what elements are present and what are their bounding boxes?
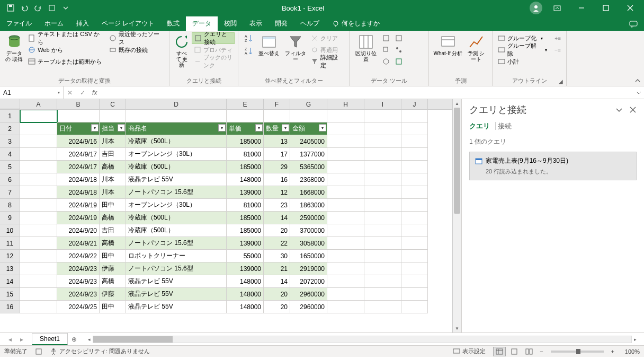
cell[interactable]: [327, 237, 364, 250]
column-header-I[interactable]: I: [364, 99, 401, 109]
vertical-scrollbar[interactable]: ▲ ▼: [452, 99, 461, 332]
pane-tab-queries[interactable]: クエリ: [469, 122, 496, 130]
qat-item[interactable]: [47, 3, 57, 13]
row-header-8[interactable]: 8: [0, 199, 20, 212]
cell[interactable]: 冷蔵庫（500L）: [126, 212, 227, 224]
forecast-sheet-button[interactable]: 予測 シート: [465, 32, 487, 64]
cell[interactable]: 2024/9/25: [57, 301, 100, 313]
name-box[interactable]: ▾: [0, 86, 64, 99]
row-header-5[interactable]: 5: [0, 161, 20, 173]
cell[interactable]: 川本: [100, 173, 126, 186]
cell[interactable]: [364, 135, 401, 148]
cell[interactable]: [327, 122, 364, 135]
cell[interactable]: [364, 224, 401, 237]
cell[interactable]: [401, 288, 428, 301]
cell[interactable]: 139000: [227, 186, 264, 199]
tab-ファイル[interactable]: ファイル: [0, 16, 38, 31]
cell[interactable]: 液晶テレビ 55V: [126, 173, 227, 186]
clear-filter-button[interactable]: クリア: [309, 32, 346, 44]
cell[interactable]: 液晶テレビ 55V: [126, 275, 227, 288]
cell[interactable]: [20, 212, 57, 224]
cell[interactable]: 148000: [227, 173, 264, 186]
cell[interactable]: 田中: [100, 199, 126, 212]
cell[interactable]: 23: [264, 199, 290, 212]
cell[interactable]: [364, 110, 401, 122]
cell[interactable]: [364, 148, 401, 161]
cell[interactable]: [20, 199, 57, 212]
customize-qat-button[interactable]: [60, 3, 71, 13]
manage-data-model-button[interactable]: [393, 56, 405, 67]
tab-挿入[interactable]: 挿入: [70, 16, 95, 31]
row-header-11[interactable]: 11: [0, 237, 20, 250]
from-web-button[interactable]: Web から: [26, 44, 105, 56]
comments-button[interactable]: [623, 18, 644, 31]
cell[interactable]: [364, 237, 401, 250]
cell[interactable]: 金額▾: [290, 122, 327, 135]
name-box-input[interactable]: [3, 89, 46, 97]
cell[interactable]: [364, 250, 401, 262]
cell[interactable]: 2072000: [290, 275, 327, 288]
relationships-button[interactable]: [393, 44, 405, 56]
cell[interactable]: 20: [264, 288, 290, 301]
filter-dropdown-button[interactable]: ▾: [255, 124, 263, 132]
flash-fill-button[interactable]: [380, 32, 392, 44]
cell[interactable]: 日付▾: [57, 122, 100, 135]
cell[interactable]: [364, 212, 401, 224]
tab-校閲[interactable]: 校閲: [218, 16, 243, 31]
cell[interactable]: [401, 173, 428, 186]
cell[interactable]: [327, 186, 364, 199]
cell[interactable]: 吉田: [100, 148, 126, 161]
sort-desc-button[interactable]: ZA: [241, 45, 255, 57]
cell[interactable]: 17: [264, 148, 290, 161]
cell[interactable]: 2960000: [290, 301, 327, 313]
row-header-3[interactable]: 3: [0, 135, 20, 148]
advanced-filter-button[interactable]: 詳細設定: [309, 56, 346, 67]
row-header-9[interactable]: 9: [0, 212, 20, 224]
cell[interactable]: [401, 250, 428, 262]
sort-asc-button[interactable]: AZ: [241, 32, 255, 44]
cell[interactable]: 5365000: [290, 161, 327, 173]
cell[interactable]: [20, 275, 57, 288]
cell[interactable]: ノートパソコン 15.6型: [126, 186, 227, 199]
tab-データ[interactable]: データ: [186, 16, 218, 31]
cell[interactable]: [327, 110, 364, 122]
column-header-G[interactable]: G: [290, 99, 327, 109]
cell[interactable]: [20, 237, 57, 250]
filter-dropdown-button[interactable]: ▾: [319, 124, 326, 132]
cell[interactable]: [327, 148, 364, 161]
row-header-12[interactable]: 12: [0, 250, 20, 262]
cell[interactable]: 川本: [100, 135, 126, 148]
scroll-left-button[interactable]: ◂: [86, 337, 93, 342]
cell[interactable]: 2024/9/17: [57, 148, 100, 161]
cell[interactable]: [20, 135, 57, 148]
filter-dropdown-button[interactable]: ▾: [118, 124, 125, 132]
pane-close-button[interactable]: [629, 106, 637, 113]
subtotal-button[interactable]: 小計: [496, 56, 549, 67]
cell[interactable]: [264, 110, 290, 122]
cell[interactable]: 数量▾: [264, 122, 290, 135]
fx-label[interactable]: fx: [89, 89, 100, 97]
cell[interactable]: [20, 301, 57, 313]
tab-数式[interactable]: 数式: [160, 16, 186, 31]
cell[interactable]: [20, 161, 57, 173]
cell[interactable]: 21: [264, 262, 290, 275]
cell[interactable]: 田中: [100, 250, 126, 262]
cell[interactable]: [364, 173, 401, 186]
from-table-range-button[interactable]: テーブルまたは範囲から: [26, 56, 105, 67]
cell[interactable]: 14: [264, 275, 290, 288]
cell[interactable]: 30: [264, 250, 290, 262]
cell[interactable]: [20, 186, 57, 199]
name-box-dropdown[interactable]: ▾: [58, 90, 60, 95]
scroll-thumb[interactable]: [454, 108, 460, 214]
cell[interactable]: オーブンレンジ（30L）: [126, 199, 227, 212]
cell[interactable]: 1668000: [290, 186, 327, 199]
cell[interactable]: [327, 212, 364, 224]
row-header-2[interactable]: 2: [0, 122, 20, 135]
cell[interactable]: [401, 224, 428, 237]
existing-connections-button[interactable]: 既存の接続: [107, 44, 166, 56]
cell[interactable]: [20, 122, 57, 135]
zoom-out-button[interactable]: −: [538, 348, 545, 355]
cell[interactable]: [20, 148, 57, 161]
row-header-16[interactable]: 16: [0, 301, 20, 313]
cell[interactable]: 伊藤: [100, 262, 126, 275]
